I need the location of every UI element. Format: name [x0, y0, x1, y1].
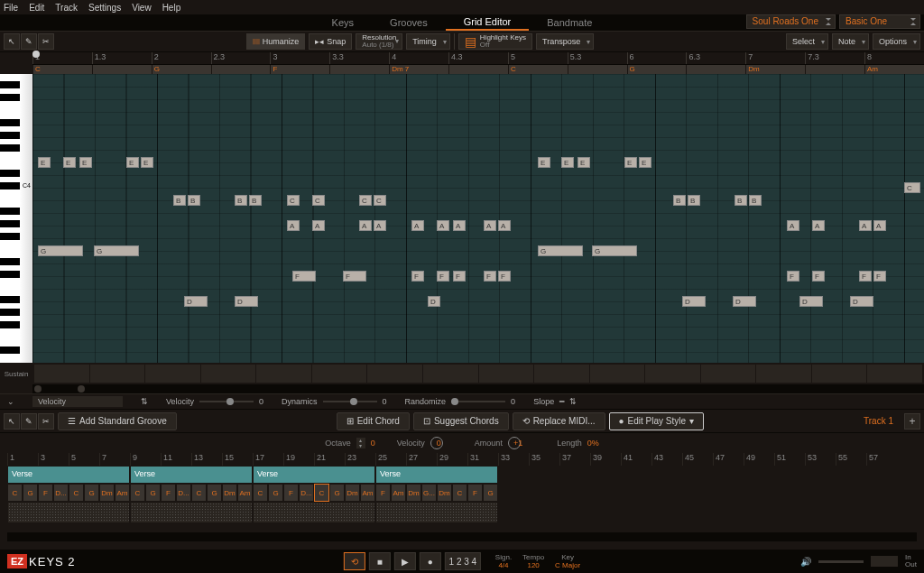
midi-preview[interactable] [7, 502, 130, 523]
note-menu[interactable]: Note [832, 33, 869, 50]
chord-cell[interactable]: Dm [222, 484, 237, 502]
midi-preview[interactable] [253, 502, 375, 523]
piano-keyboard[interactable]: C4 [0, 74, 32, 363]
midi-note[interactable]: A [812, 220, 825, 231]
humanize-button[interactable]: ⫴⫴Humanize [246, 33, 306, 50]
verse-block[interactable]: Verse [130, 466, 253, 484]
timing-select[interactable]: Timing [406, 33, 450, 50]
chord-cell[interactable]: G [23, 484, 38, 502]
highlight-keys-button[interactable]: ▤Highlight KeysOff [458, 33, 532, 50]
midi-note[interactable]: A [484, 220, 496, 231]
menu-edit[interactable]: Edit [29, 3, 44, 13]
chord-cell[interactable]: G [84, 484, 99, 502]
midi-note[interactable]: D [682, 296, 706, 307]
chord-cell[interactable]: D... [299, 484, 314, 502]
note-grid[interactable]: EEEEEEEEEEDDBBBBGGCCCCAAAAAAAAAFFFFFFFDG… [32, 74, 924, 363]
suggest-chords-button[interactable]: ⊡ Suggest Chords [413, 412, 509, 430]
midi-note[interactable]: F [873, 271, 886, 282]
midi-note[interactable]: D [799, 296, 823, 307]
pencil-tool[interactable]: ✎ [21, 33, 37, 50]
midi-note[interactable]: A [287, 220, 300, 231]
playhead-handle[interactable] [32, 51, 40, 58]
scissors-tool[interactable]: ✂ [38, 33, 54, 50]
midi-note[interactable]: A [411, 220, 424, 231]
chord-cell[interactable]: C [452, 484, 467, 502]
midi-note[interactable]: E [126, 157, 139, 168]
time-ruler[interactable]: 11.32 2.333.3 44.35 5.366.3 77.38 [32, 52, 924, 65]
midi-note[interactable]: F [812, 271, 825, 282]
chord-cell[interactable]: D... [176, 484, 191, 502]
chord-cell[interactable]: G [145, 484, 161, 502]
midi-note[interactable]: F [484, 271, 496, 282]
midi-note[interactable]: C [904, 182, 920, 193]
midi-note[interactable]: D [733, 296, 756, 307]
midi-note[interactable]: C [287, 195, 300, 206]
chord-cell[interactable]: G [483, 484, 498, 502]
midi-note[interactable]: C [359, 195, 372, 206]
volume-slider[interactable] [818, 560, 864, 563]
speaker-icon[interactable]: 🔊 [800, 557, 811, 567]
midi-note[interactable]: E [79, 157, 92, 168]
midi-note[interactable]: B [688, 195, 700, 206]
counter[interactable]: 1 2 3 4 [445, 552, 481, 570]
chord-cell[interactable]: Dm [406, 484, 421, 502]
edit-play-style-button[interactable]: ● Edit Play Style ▾ [609, 412, 705, 430]
menu-view[interactable]: View [132, 3, 152, 13]
stop-button[interactable]: ■ [369, 552, 391, 570]
midi-preview[interactable] [130, 502, 253, 523]
chord-cell[interactable]: G [329, 484, 345, 502]
chord-cell[interactable]: C [69, 484, 84, 502]
midi-note[interactable]: F [453, 271, 466, 282]
options-menu[interactable]: Options [873, 33, 920, 50]
midi-note[interactable]: B [249, 195, 262, 206]
randomize-slider[interactable] [451, 401, 505, 402]
midi-note[interactable]: D [235, 296, 258, 307]
play-button[interactable]: ▶ [394, 552, 416, 570]
signature-display[interactable]: Sign.4/4 [495, 553, 512, 569]
transpose-select[interactable]: Transpose [536, 33, 594, 50]
track-label[interactable]: Track 1 [864, 416, 893, 426]
midi-note[interactable]: F [292, 271, 316, 282]
midi-note[interactable]: F [859, 271, 872, 282]
velocity-slider[interactable] [199, 401, 254, 402]
midi-note[interactable]: G [38, 245, 83, 256]
midi-note[interactable]: E [624, 157, 637, 168]
slope-line-icon[interactable]: ━ [559, 397, 564, 406]
chord-cell[interactable]: F [283, 484, 299, 502]
chord-cell[interactable]: F [38, 484, 53, 502]
tab-grooves[interactable]: Grooves [372, 15, 446, 30]
midi-note[interactable]: D [428, 296, 440, 307]
scissors-tool-2[interactable]: ✂ [38, 413, 54, 430]
add-track-button[interactable]: + [904, 413, 920, 430]
song-ruler[interactable]: 1357911131517192123252729313335373941434… [7, 453, 924, 466]
replace-midi-button[interactable]: ⟲ Replace MIDI... [513, 412, 605, 430]
midi-note[interactable]: E [639, 157, 651, 168]
midi-note[interactable]: A [359, 220, 372, 231]
midi-note[interactable]: D [850, 296, 873, 307]
chord-cell[interactable]: Am [237, 484, 253, 502]
midi-note[interactable]: B [188, 195, 200, 206]
edit-chord-button[interactable]: ⊞ Edit Chord [337, 412, 410, 430]
chord-cell[interactable]: C [314, 484, 329, 502]
midi-note[interactable]: C [312, 195, 325, 206]
midi-note[interactable]: A [437, 220, 449, 231]
velocity-mode-select[interactable]: Velocity [32, 396, 123, 407]
midi-note[interactable]: B [173, 195, 186, 206]
midi-note[interactable]: B [735, 195, 747, 206]
midi-note[interactable]: E [578, 157, 590, 168]
chord-cell[interactable]: Dm [437, 484, 452, 502]
chord-cell[interactable]: C [7, 484, 23, 502]
chord-cell[interactable]: F [161, 484, 176, 502]
chord-cell[interactable]: G [268, 484, 283, 502]
midi-note[interactable]: B [235, 195, 247, 206]
pointer-tool[interactable]: ↖ [4, 33, 20, 50]
chord-cell[interactable]: F [467, 484, 483, 502]
midi-note[interactable]: F [787, 271, 799, 282]
stepper-icon[interactable]: ⇅ [569, 397, 577, 406]
midi-note[interactable]: E [38, 157, 51, 168]
snap-button[interactable]: ▸◂ Snap [309, 33, 352, 50]
chord-cell[interactable]: F [375, 484, 391, 502]
midi-note[interactable]: G [94, 245, 139, 256]
midi-note[interactable]: A [312, 220, 325, 231]
midi-note[interactable]: E [561, 157, 574, 168]
